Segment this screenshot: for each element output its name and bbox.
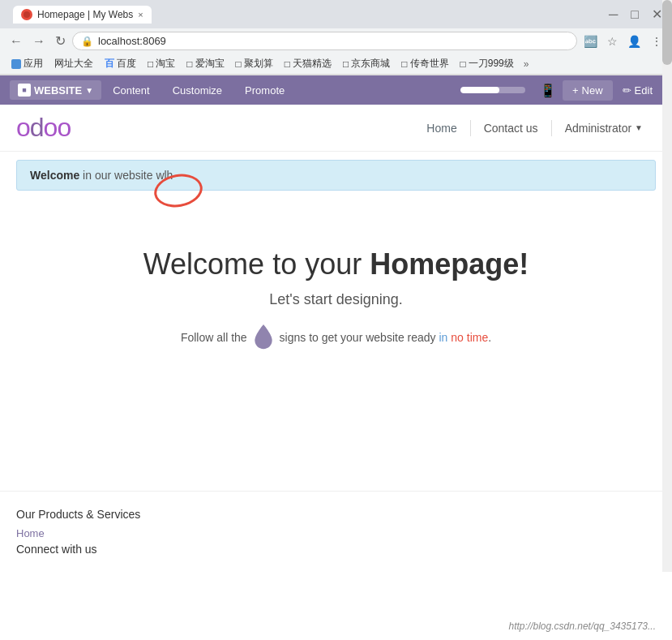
translate-icon[interactable]: 🔤 [580, 33, 601, 49]
bookmark-jingdong[interactable]: □ 京东商城 [338, 55, 395, 72]
bookmarks-overflow[interactable]: » [524, 58, 529, 70]
main-title-normal: Welcome to your [143, 247, 370, 281]
footer-home-link[interactable]: Home [16, 527, 656, 539]
main-content: Welcome to your Homepage! Let's start de… [0, 199, 672, 442]
forward-button[interactable]: → [29, 32, 49, 50]
cms-website-label: WEBSITE [34, 84, 82, 97]
bookmark-aitaobao[interactable]: □ 爱淘宝 [182, 55, 229, 72]
desc-after-text: signs to get your website ready in no ti… [280, 331, 492, 344]
bookmark-yidao[interactable]: □ 一刀999级 [456, 55, 519, 72]
maximize-button[interactable]: □ [627, 6, 642, 24]
tab-favicon [21, 9, 32, 20]
admin-label: Administrator [565, 122, 631, 135]
site-navigation: odoo Home Contact us Administrator ▼ [0, 105, 672, 152]
main-subtitle: Let's start designing. [16, 291, 656, 308]
bookmark-tianmao[interactable]: □ 天猫精选 [280, 55, 336, 72]
alert-banner: Welcome in our website wlh [16, 160, 656, 191]
reload-button[interactable]: ↻ [52, 32, 69, 50]
cms-website-icon: ■ [18, 84, 31, 97]
cms-pencil-icon: ✏ [623, 84, 631, 97]
main-heading: Welcome to your Homepage! [16, 247, 656, 281]
site-nav-links: Home Contact us Administrator ▼ [413, 115, 656, 141]
odoo-logo: odoo [16, 113, 71, 143]
nav-admin-menu[interactable]: Administrator ▼ [552, 115, 656, 141]
apps-grid-icon [11, 59, 21, 69]
alert-banner-wrapper: Welcome in our website wlh [0, 160, 672, 191]
footer-connect-label: Connect with us [16, 543, 656, 556]
address-input[interactable] [98, 35, 568, 47]
admin-dropdown-icon: ▼ [635, 123, 643, 132]
desc-before: Follow all the [181, 331, 247, 344]
nav-contact-link[interactable]: Contact us [471, 115, 551, 141]
cms-edit-button[interactable]: ✏ Edit [613, 80, 662, 101]
cms-content-menu[interactable]: Content [101, 78, 161, 103]
lock-icon: 🔒 [81, 36, 93, 47]
main-description: Follow all the signs to get your website… [16, 324, 656, 350]
bookmark-nav[interactable]: 网址大全 [49, 55, 98, 72]
cms-website-dropdown-icon: ▼ [85, 86, 93, 95]
footer-area: Our Products & Services Home Connect wit… [0, 491, 672, 572]
bookmark-taobao[interactable]: □ 淘宝 [143, 55, 180, 72]
minimize-button[interactable]: ─ [606, 6, 621, 24]
cms-progress-bar [460, 87, 525, 93]
cms-customize-menu[interactable]: Customize [161, 78, 233, 103]
cms-progress-fill [460, 87, 499, 93]
highlight-in: in [439, 331, 447, 344]
cms-new-button[interactable]: + New [563, 80, 613, 101]
alert-bold-text: Welcome [30, 169, 79, 182]
main-title-bold: Homepage! [370, 247, 529, 281]
cms-toolbar: ■ WEBSITE ▼ Content Customize Promote 📱 … [0, 75, 672, 105]
cms-website-button[interactable]: ■ WEBSITE ▼ [10, 80, 101, 100]
scrollbar-thumb[interactable] [662, 0, 672, 65]
tab-close-button[interactable]: × [138, 10, 143, 19]
bookmark-apps[interactable]: 应用 [6, 55, 48, 72]
bookmarks-bar: 应用 网址大全 百 百度 □ 淘宝 □ 爱淘宝 □ 聚划算 □ [0, 54, 672, 75]
alert-normal-text: in our website wlh [83, 169, 173, 182]
profile-icon[interactable]: 👤 [624, 33, 644, 49]
footer-products-label: Our Products & Services [16, 508, 656, 521]
bookmark-baidu[interactable]: 百 百度 [100, 55, 141, 72]
nav-home-link[interactable]: Home [413, 115, 469, 141]
tab-title: Homepage | My Webs [37, 9, 133, 20]
address-bar-container: 🔒 [72, 32, 577, 50]
bookmark-icon[interactable]: ☆ [604, 33, 621, 49]
odoo-drop-icon [252, 324, 275, 350]
cms-plus-icon: + [572, 84, 579, 97]
highlight-no: no time [451, 331, 488, 344]
bookmark-jusuansuan[interactable]: □ 聚划算 [231, 55, 278, 72]
cms-mobile-icon[interactable]: 📱 [533, 79, 563, 101]
scrollbar-track[interactable] [662, 0, 672, 572]
cms-promote-menu[interactable]: Promote [233, 78, 296, 103]
bookmark-chuanqi[interactable]: □ 传奇世界 [396, 55, 453, 72]
browser-tab[interactable]: Homepage | My Webs × [13, 6, 152, 24]
back-button[interactable]: ← [6, 32, 26, 50]
